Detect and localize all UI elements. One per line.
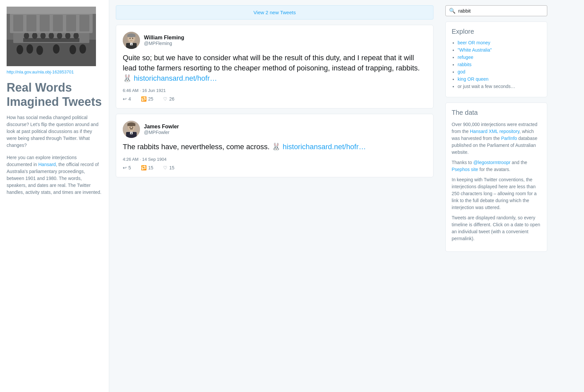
svg-rect-29 [127,34,135,37]
explore-list: beer OR money "White Australia" refugee … [452,40,541,89]
reply-action[interactable]: ↩ 5 [123,165,131,170]
list-item: king OR queen [458,76,541,82]
data-para-4: Tweets are displayed randomly, so every … [452,214,541,242]
like-icon: ♡ [163,96,167,102]
tweet-actions: ↩ 5 🔁 15 ♡ 15 [123,165,427,170]
svg-point-7 [49,32,54,39]
explore-link[interactable]: rabbits [458,62,472,67]
psephos-link[interactable]: Psephos site [452,167,478,172]
list-item: god [458,69,541,74]
tweet-user-name: James Fowler [144,124,179,130]
svg-rect-17 [79,15,89,31]
svg-point-4 [24,32,29,39]
reply-icon: ↩ [123,165,127,170]
rabbit-emoji: 🐰 [123,74,132,82]
svg-point-21 [36,46,43,55]
svg-point-8 [57,32,62,39]
retweet-icon: 🔁 [141,165,147,170]
svg-point-22 [53,44,60,54]
data-para-3: In keeping with Twitter conventions, the… [452,176,541,211]
svg-point-31 [132,38,133,39]
data-title: The data [452,109,541,116]
tweet-actions: ↩ 4 🔁 25 ♡ 26 [123,96,427,102]
reply-count: 5 [128,165,131,170]
tweet-timestamp[interactable]: 4:26 AM · 14 Sep 1904 [123,157,427,162]
tweet-user-info: James Fowler @MPFowler [144,124,179,135]
tweet-text: The rabbits have, nevertheless, come acr… [123,143,270,151]
svg-point-24 [79,44,86,54]
explore-link[interactable]: god [458,69,465,74]
retweet-action[interactable]: 🔁 15 [141,165,154,170]
explore-link[interactable]: beer OR money [458,40,490,45]
app-desc-1: How has social media changed political d… [7,114,102,149]
tweet-card: William Fleming @MPFleming Quite so; but… [116,25,433,109]
svg-point-23 [69,45,76,54]
explore-title: Explore [452,28,541,35]
main-feed: View 2 new Tweets [109,0,440,392]
svg-point-10 [73,32,79,39]
parlinfo-link[interactable]: ParlInfo [501,136,517,141]
search-icon: 🔍 [449,8,456,14]
rabbit-emoji: 🐰 [272,143,281,151]
retweet-icon: 🔁 [141,96,147,102]
list-item: rabbits [458,62,541,67]
list-item: or just wait a few seconds… [458,84,541,89]
list-item: refugee [458,55,541,60]
tweet-header: William Fleming @MPFleming [123,32,427,49]
list-item: "White Australia" [458,47,541,53]
data-para-1: Over 900,000 interjections were extracte… [452,121,541,156]
search-box[interactable]: 🔍 [445,5,547,16]
app-desc-2: Here you can explore interjections docum… [7,154,102,196]
data-para-2: Thanks to @legostormtroopr and the Pseph… [452,159,541,173]
data-panel: The data Over 900,000 interjections were… [445,103,547,252]
new-tweets-bar[interactable]: View 2 new Tweets [116,5,433,20]
tweet-user-handle: @MPFowler [144,130,179,135]
explore-link[interactable]: refugee [458,55,473,60]
tweet-header: James Fowler @MPFowler [123,121,427,138]
tweet-card: James Fowler @MPFowler The rabbits have,… [116,114,433,177]
svg-point-19 [17,45,23,54]
lego-link[interactable]: @legostormtroopr [473,160,510,165]
retweet-action[interactable]: 🔁 25 [141,96,154,102]
svg-rect-39 [127,123,135,126]
tweet-body: Quite so; but we have to consider what w… [123,53,427,83]
explore-link[interactable]: king OR queen [458,76,488,82]
svg-rect-12 [13,15,23,31]
app-title: Real Words Imagined Tweets [7,80,102,109]
new-tweets-link[interactable]: View 2 new Tweets [253,10,296,15]
like-action[interactable]: ♡ 15 [163,165,174,170]
sidebar-image [7,7,96,66]
svg-point-41 [132,127,133,128]
svg-rect-18 [7,7,96,14]
svg-rect-16 [66,15,76,31]
tweet-user-handle: @MPFleming [144,41,184,46]
svg-rect-14 [40,15,50,31]
like-action[interactable]: ♡ 26 [163,96,174,102]
tweet-user-name: William Fleming [144,35,184,41]
tweet-link[interactable]: historichansard.net/hofr… [134,74,217,82]
tweet-timestamp[interactable]: 6:46 AM · 16 Jun 1921 [123,88,427,93]
svg-point-40 [130,127,131,128]
reply-action[interactable]: ↩ 4 [123,96,131,102]
explore-panel: Explore beer OR money "White Australia" … [445,22,547,97]
explore-link[interactable]: "White Australia" [458,47,492,53]
search-input[interactable] [458,8,544,14]
like-icon: ♡ [163,165,167,170]
retweet-count: 15 [148,165,154,170]
tweet-text: Quite so; but we have to consider what w… [123,54,420,72]
retweet-count: 25 [148,96,154,102]
reply-count: 4 [128,96,131,102]
tweet-user-info: William Fleming @MPFleming [144,35,184,46]
tweet-body: The rabbits have, nevertheless, come acr… [123,142,427,152]
svg-point-9 [65,32,70,39]
tweet-link[interactable]: historichansard.net/hofr… [283,143,366,151]
image-source-link[interactable]: http://nla.gov.au/nla.obj-162853701 [7,69,102,74]
hansard-xml-link[interactable]: Hansard XML repository [470,129,519,134]
reply-icon: ↩ [123,96,127,102]
avatar [123,121,140,138]
hansard-link[interactable]: Hansard [38,162,56,167]
right-sidebar: 🔍 Explore beer OR money "White Australia… [440,0,553,392]
svg-rect-13 [26,15,36,31]
svg-point-5 [32,32,37,39]
like-count: 15 [169,165,174,170]
